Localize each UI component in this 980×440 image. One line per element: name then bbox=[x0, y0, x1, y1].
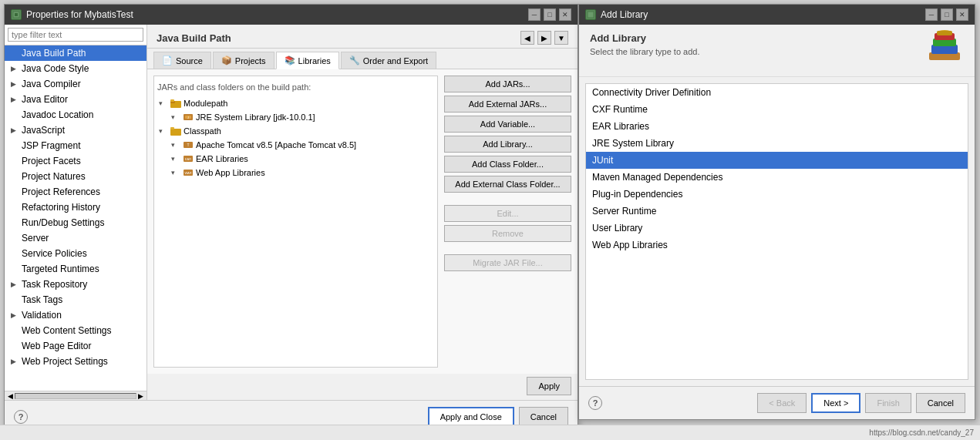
sidebar-item-task-tags[interactable]: Task Tags bbox=[5, 292, 146, 307]
sidebar-item-web-project-settings[interactable]: ▶ Web Project Settings bbox=[5, 354, 146, 369]
lib-item-ear-libraries[interactable]: EAR Libraries bbox=[586, 118, 968, 135]
sidebar-item-label: Web Content Settings bbox=[22, 325, 112, 336]
sidebar-item-project-facets[interactable]: Project Facets bbox=[5, 153, 146, 169]
scroll-right-button[interactable]: ▶ bbox=[138, 392, 143, 400]
sidebar-horizontal-scrollbar[interactable]: ◀ ▶ bbox=[5, 391, 146, 400]
collapse-arrow: ▾ bbox=[171, 113, 180, 121]
forward-nav-button[interactable]: ▶ bbox=[537, 31, 551, 45]
sidebar-item-label: Validation bbox=[22, 310, 62, 321]
sidebar-item-web-page-editor[interactable]: Web Page Editor bbox=[5, 338, 146, 354]
sidebar-item-label: Java Compiler bbox=[22, 79, 81, 89]
back-nav-button[interactable]: ◀ bbox=[520, 31, 534, 45]
tree-node-jre-system-library[interactable]: ▾ J JRE System Library [jdk-10.0.1] bbox=[170, 110, 434, 124]
add-jars-button[interactable]: Add JARs... bbox=[444, 76, 571, 92]
tree-node-apache-tomcat[interactable]: ▾ T Apache Tomcat v8.5 [Apache Tomcat v8… bbox=[170, 138, 434, 152]
migrate-jar-button[interactable]: Migrate JAR File... bbox=[444, 254, 571, 271]
sidebar-item-java-compiler[interactable]: ▶ Java Compiler bbox=[5, 76, 146, 92]
dropdown-nav-button[interactable]: ▼ bbox=[554, 31, 568, 45]
lib-item-maven-managed[interactable]: Maven Managed Dependencies bbox=[586, 169, 968, 186]
sidebar-item-javadoc-location[interactable]: Javadoc Location bbox=[5, 107, 146, 123]
sidebar-item-label: Javadoc Location bbox=[22, 109, 93, 120]
add-variable-button[interactable]: Add Variable... bbox=[444, 116, 571, 133]
sidebar-item-project-references[interactable]: Project References bbox=[5, 184, 146, 200]
filter-input[interactable] bbox=[8, 28, 143, 42]
add-external-jars-button[interactable]: Add External JARs... bbox=[444, 96, 571, 113]
sidebar-item-server[interactable]: Server bbox=[5, 230, 146, 246]
lib-item-server-runtime[interactable]: Server Runtime bbox=[586, 203, 968, 220]
lib-item-web-app-libraries[interactable]: Web App Libraries bbox=[586, 237, 968, 254]
sidebar-item-java-code-style[interactable]: ▶ Java Code Style bbox=[5, 61, 146, 76]
minimize-icon: ─ bbox=[532, 11, 537, 18]
sidebar-item-web-content-settings[interactable]: Web Content Settings bbox=[5, 323, 146, 338]
scroll-track[interactable] bbox=[15, 393, 136, 399]
scroll-left-button[interactable]: ◀ bbox=[8, 392, 13, 400]
tab-source[interactable]: 📄 Source bbox=[153, 52, 211, 69]
add-lib-help-button[interactable]: ? bbox=[588, 396, 602, 410]
add-lib-minimize-button[interactable]: ─ bbox=[925, 8, 938, 21]
lib-item-plug-in-dependencies[interactable]: Plug-in Dependencies bbox=[586, 186, 968, 203]
sidebar-item-run-debug-settings[interactable]: Run/Debug Settings bbox=[5, 215, 146, 230]
sidebar-item-project-natures[interactable]: Project Natures bbox=[5, 169, 146, 184]
main-bottom-bar: Apply bbox=[147, 374, 578, 400]
lib-item-jre-system-library[interactable]: JRE System Library bbox=[586, 135, 968, 152]
add-library-button[interactable]: Add Library... bbox=[444, 136, 571, 153]
tree-node-ear-libraries[interactable]: ▾ EAR EAR Libraries bbox=[170, 152, 434, 166]
sidebar-item-java-build-path[interactable]: Java Build Path bbox=[5, 45, 146, 61]
sidebar-item-label: Project Facets bbox=[22, 156, 81, 166]
sidebar-item-service-policies[interactable]: Service Policies bbox=[5, 246, 146, 261]
lib-item-cxf-runtime[interactable]: CXF Runtime bbox=[586, 101, 968, 118]
next-button[interactable]: Next > bbox=[811, 393, 860, 413]
minimize-button[interactable]: ─ bbox=[528, 8, 541, 21]
add-lib-close-button[interactable]: ✕ bbox=[956, 8, 968, 21]
sidebar-item-jsp-fragment[interactable]: JSP Fragment bbox=[5, 138, 146, 153]
close-icon: ✕ bbox=[562, 11, 568, 18]
sidebar-item-label: Refactoring History bbox=[22, 202, 100, 213]
maximize-icon: □ bbox=[547, 11, 551, 18]
sidebar-item-label: Server bbox=[22, 233, 49, 244]
tab-projects[interactable]: 📦 Projects bbox=[213, 52, 274, 69]
sidebar-item-label: Targeted Runtimes bbox=[22, 264, 99, 274]
properties-dialog: Properties for MybatisTest ─ □ ✕ Java Bu… bbox=[4, 4, 578, 434]
main-content: Java Build Path ◀ ▶ ▼ 📄 Source 📦 Project… bbox=[147, 25, 578, 400]
tab-order-export[interactable]: 🔧 Order and Export bbox=[341, 52, 436, 69]
maximize-button[interactable]: □ bbox=[544, 8, 556, 21]
source-tab-icon: 📄 bbox=[162, 55, 173, 65]
expand-arrow: ▶ bbox=[11, 358, 19, 365]
close-button[interactable]: ✕ bbox=[559, 8, 571, 21]
lib-item-connectivity-driver[interactable]: Connectivity Driver Definition bbox=[586, 84, 968, 101]
tree-node-web-app-libraries[interactable]: ▾ WAR Web App Libraries bbox=[170, 166, 434, 180]
folder-icon bbox=[170, 98, 181, 109]
help-button[interactable]: ? bbox=[14, 410, 28, 424]
expand-arrow: ▶ bbox=[11, 80, 19, 88]
edit-button[interactable]: Edit... bbox=[444, 205, 571, 222]
action-buttons-panel: Add JARs... Add External JARs... Add Var… bbox=[444, 76, 571, 368]
add-lib-maximize-button[interactable]: □ bbox=[941, 8, 953, 21]
lib-item-junit[interactable]: JUnit bbox=[586, 152, 968, 169]
sidebar-item-java-editor[interactable]: ▶ Java Editor bbox=[5, 92, 146, 107]
remove-button[interactable]: Remove bbox=[444, 225, 571, 242]
sidebar-item-refactoring-history[interactable]: Refactoring History bbox=[5, 200, 146, 215]
tree-info-label: JARs and class folders on the build path… bbox=[157, 79, 434, 96]
tree-node-modulepath[interactable]: ▾ Modulepath bbox=[157, 96, 434, 110]
sidebar-item-validation[interactable]: ▶ Validation bbox=[5, 307, 146, 323]
properties-title: Properties for MybatisTest bbox=[26, 9, 133, 20]
finish-button[interactable]: Finish bbox=[865, 393, 911, 413]
sidebar-item-targeted-runtimes[interactable]: Targeted Runtimes bbox=[5, 261, 146, 277]
add-external-class-folder-button[interactable]: Add External Class Folder... bbox=[444, 176, 571, 193]
svg-rect-4 bbox=[170, 99, 174, 102]
tree-node-classpath[interactable]: ▾ Classpath bbox=[157, 124, 434, 138]
cancel-button[interactable]: Cancel bbox=[916, 393, 965, 413]
help-icon: ? bbox=[19, 412, 24, 422]
sidebar-item-task-repository[interactable]: ▶ Task Repository bbox=[5, 277, 146, 292]
add-class-folder-button[interactable]: Add Class Folder... bbox=[444, 156, 571, 173]
sidebar-item-label: Web Project Settings bbox=[22, 356, 108, 367]
add-library-header-title: Add Library bbox=[590, 32, 699, 44]
apply-button[interactable]: Apply bbox=[527, 377, 571, 395]
tab-libraries[interactable]: 📚 Libraries bbox=[276, 52, 339, 69]
svg-text:J: J bbox=[187, 116, 189, 119]
lib-item-user-library[interactable]: User Library bbox=[586, 220, 968, 237]
sidebar-item-label: Java Editor bbox=[22, 94, 68, 105]
modulepath-children: ▾ J JRE System Library [jdk-10.0.1] bbox=[170, 110, 434, 124]
sidebar-item-javascript[interactable]: ▶ JavaScript bbox=[5, 123, 146, 138]
back-button[interactable]: < Back bbox=[757, 393, 807, 413]
